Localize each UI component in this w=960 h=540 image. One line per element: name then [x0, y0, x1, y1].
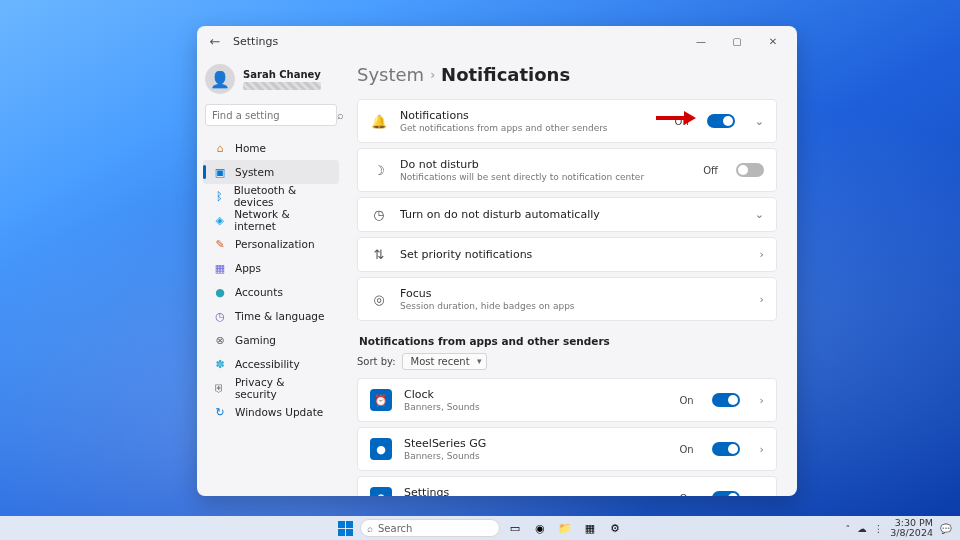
- clock-icon: ◷: [370, 207, 388, 222]
- row-priority[interactable]: ⇅ Set priority notifications ›: [357, 237, 777, 272]
- chevron-right-icon[interactable]: ›: [760, 443, 764, 456]
- app-row[interactable]: ⚙SettingsBanners, SoundsOn›: [357, 476, 777, 496]
- sidebar-item-system[interactable]: ▣System: [203, 160, 339, 184]
- breadcrumb-parent[interactable]: System: [357, 64, 424, 85]
- nav-label: Accessibility: [235, 358, 300, 370]
- nav-label: Privacy & security: [235, 376, 329, 400]
- row-title: Set priority notifications: [400, 248, 532, 261]
- settings-window: ← Settings — ▢ ✕ 👤 Sarah Chaney ⌕ ⌂Home▣…: [197, 26, 797, 496]
- app-row[interactable]: ●SteelSeries GGBanners, SoundsOn›: [357, 427, 777, 471]
- chevron-right-icon[interactable]: ›: [760, 492, 764, 497]
- profile-block[interactable]: 👤 Sarah Chaney: [197, 60, 345, 104]
- app-icon: ⏰: [370, 389, 392, 411]
- chrome-icon[interactable]: ◉: [530, 518, 550, 538]
- chevron-right-icon[interactable]: ›: [760, 293, 764, 306]
- nav-label: Accounts: [235, 286, 283, 298]
- row-desc: Session duration, hide badges on apps: [400, 301, 575, 311]
- task-view-icon[interactable]: ▭: [505, 518, 525, 538]
- search-field[interactable]: ⌕: [205, 104, 337, 126]
- explorer-icon[interactable]: 📁: [555, 518, 575, 538]
- app-toggle[interactable]: [712, 491, 740, 496]
- onedrive-icon[interactable]: ☁: [857, 523, 867, 534]
- taskbar-search[interactable]: ⌕Search: [360, 519, 500, 537]
- taskbar: ⌕Search ▭ ◉ 📁 ▦ ⚙ ˄ ☁ ⋮ 3:30 PM 3/8/2024…: [0, 516, 960, 540]
- nav-icon: ⌂: [213, 142, 227, 155]
- app-desc: Banners, Sounds: [404, 402, 480, 412]
- nav-label: System: [235, 166, 274, 178]
- sidebar-item-accounts[interactable]: ●Accounts: [203, 280, 339, 304]
- breadcrumb-current: Notifications: [441, 64, 570, 85]
- focus-icon: ◎: [370, 292, 388, 307]
- sort-select[interactable]: Most recent: [402, 353, 487, 370]
- wifi-icon[interactable]: ⋮: [874, 523, 884, 534]
- tray-chevron-icon[interactable]: ˄: [846, 523, 851, 534]
- row-focus[interactable]: ◎ Focus Session duration, hide badges on…: [357, 277, 777, 321]
- nav-icon: ⛨: [213, 382, 227, 395]
- row-title: Notifications: [400, 109, 608, 122]
- row-notifications[interactable]: 🔔 Notifications Get notifications from a…: [357, 99, 777, 143]
- nav-icon: ᛒ: [213, 190, 226, 203]
- chevron-right-icon[interactable]: ›: [760, 394, 764, 407]
- app-desc: Banners, Sounds: [404, 451, 486, 461]
- nav-icon: ▣: [213, 166, 227, 179]
- nav-label: Apps: [235, 262, 261, 274]
- titlebar: ← Settings — ▢ ✕: [197, 26, 797, 56]
- system-tray[interactable]: ˄ ☁ ⋮ 3:30 PM 3/8/2024 💬: [846, 518, 960, 538]
- sort-label: Sort by:: [357, 356, 396, 367]
- nav-icon: ↻: [213, 406, 227, 419]
- sidebar-item-privacy-security[interactable]: ⛨Privacy & security: [203, 376, 339, 400]
- sidebar-item-apps[interactable]: ▦Apps: [203, 256, 339, 280]
- close-button[interactable]: ✕: [755, 29, 791, 53]
- sidebar-item-personalization[interactable]: ✎Personalization: [203, 232, 339, 256]
- app-row[interactable]: ⏰ClockBanners, SoundsOn›: [357, 378, 777, 422]
- notifications-icon[interactable]: 💬: [940, 523, 952, 534]
- nav-icon: ◷: [213, 310, 227, 323]
- start-button[interactable]: [335, 518, 355, 538]
- maximize-button[interactable]: ▢: [719, 29, 755, 53]
- row-dnd[interactable]: ☽ Do not disturb Notifications will be s…: [357, 148, 777, 192]
- search-icon: ⌕: [337, 109, 344, 122]
- notifications-toggle[interactable]: [707, 114, 735, 128]
- row-title: Do not disturb: [400, 158, 644, 171]
- moon-icon: ☽: [370, 163, 388, 178]
- sliders-icon: ⇅: [370, 247, 388, 262]
- toggle-state: Off: [703, 165, 718, 176]
- nav-icon: ✎: [213, 238, 227, 251]
- sidebar-item-network-internet[interactable]: ◈Network & internet: [203, 208, 339, 232]
- nav-label: Home: [235, 142, 266, 154]
- app-toggle[interactable]: [712, 393, 740, 407]
- sidebar-item-gaming[interactable]: ⊗Gaming: [203, 328, 339, 352]
- sidebar: 👤 Sarah Chaney ⌕ ⌂Home▣SystemᛒBluetooth …: [197, 56, 345, 496]
- toggle-state: On: [679, 395, 693, 406]
- sidebar-item-accessibility[interactable]: ✽Accessibility: [203, 352, 339, 376]
- chevron-right-icon: ›: [430, 68, 435, 82]
- nav-icon: ▦: [213, 262, 227, 275]
- settings-icon[interactable]: ⚙: [605, 518, 625, 538]
- minimize-button[interactable]: —: [683, 29, 719, 53]
- clock[interactable]: 3:30 PM 3/8/2024: [890, 518, 933, 538]
- avatar: 👤: [205, 64, 235, 94]
- app-name: Settings: [404, 486, 480, 496]
- nav-label: Windows Update: [235, 406, 323, 418]
- app-toggle[interactable]: [712, 442, 740, 456]
- chevron-down-icon[interactable]: ⌄: [755, 208, 764, 221]
- main-content: System › Notifications 🔔 Notifications G…: [345, 56, 797, 496]
- nav-label: Network & internet: [234, 208, 329, 232]
- nav-label: Gaming: [235, 334, 276, 346]
- profile-email-redacted: [243, 82, 321, 90]
- app-icon: ●: [370, 438, 392, 460]
- back-button[interactable]: ←: [203, 34, 227, 49]
- row-desc: Get notifications from apps and other se…: [400, 123, 608, 133]
- chevron-right-icon[interactable]: ›: [760, 248, 764, 261]
- sidebar-item-windows-update[interactable]: ↻Windows Update: [203, 400, 339, 424]
- app-icon[interactable]: ▦: [580, 518, 600, 538]
- chevron-down-icon[interactable]: ⌄: [755, 115, 764, 128]
- sidebar-item-bluetooth-devices[interactable]: ᛒBluetooth & devices: [203, 184, 339, 208]
- nav-icon: ✽: [213, 358, 227, 371]
- sidebar-item-time-language[interactable]: ◷Time & language: [203, 304, 339, 328]
- nav-icon: ⊗: [213, 334, 227, 347]
- row-dnd-auto[interactable]: ◷ Turn on do not disturb automatically ⌄: [357, 197, 777, 232]
- dnd-toggle[interactable]: [736, 163, 764, 177]
- sidebar-item-home[interactable]: ⌂Home: [203, 136, 339, 160]
- search-input[interactable]: [212, 110, 337, 121]
